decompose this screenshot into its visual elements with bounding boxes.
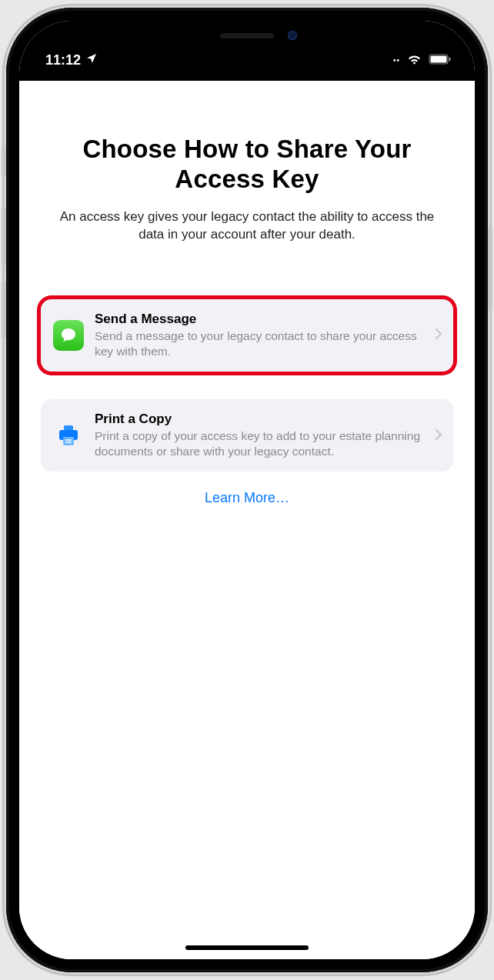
side-button — [488, 227, 492, 312]
option-send-message[interactable]: Send a Message Send a message to your le… — [41, 299, 453, 372]
printer-icon — [53, 420, 84, 451]
learn-more-link[interactable]: Learn More… — [41, 490, 453, 506]
wifi-icon — [406, 52, 422, 68]
chevron-right-icon — [435, 427, 442, 445]
phone-frame: 11:12 •• Choose How to Share Your Access… — [6, 8, 488, 972]
option-description: Send a message to your legacy contact to… — [95, 328, 424, 359]
svg-rect-2 — [449, 58, 451, 62]
location-icon — [85, 52, 98, 68]
chevron-right-icon — [435, 326, 442, 344]
front-camera — [288, 31, 297, 40]
svg-rect-5 — [63, 437, 74, 445]
option-title: Print a Copy — [95, 412, 424, 427]
mute-switch — [2, 146, 6, 177]
option-description: Print a copy of your access key to add t… — [95, 428, 424, 459]
volume-up-button — [2, 208, 6, 265]
screen: 11:12 •• Choose How to Share Your Access… — [19, 21, 475, 959]
share-access-key-sheet: Choose How to Share Your Access Key An a… — [19, 81, 475, 959]
option-title: Send a Message — [95, 312, 424, 327]
cellular-dots: •• — [393, 56, 400, 65]
options-list: Send a Message Send a message to your le… — [41, 299, 453, 472]
svg-rect-3 — [64, 425, 73, 430]
page-title: Choose How to Share Your Access Key — [41, 135, 453, 195]
messages-icon — [53, 320, 84, 351]
option-print-copy[interactable]: Print a Copy Print a copy of your access… — [41, 399, 453, 472]
svg-rect-1 — [431, 56, 447, 63]
home-indicator[interactable] — [185, 945, 309, 950]
notch — [147, 21, 347, 50]
status-time: 11:12 — [45, 52, 81, 68]
page-subtitle: An access key gives your legacy contact … — [41, 208, 453, 244]
sheet-grabber[interactable] — [19, 73, 475, 81]
battery-icon — [429, 52, 452, 68]
volume-down-button — [2, 281, 6, 338]
speaker-grill — [220, 33, 274, 38]
